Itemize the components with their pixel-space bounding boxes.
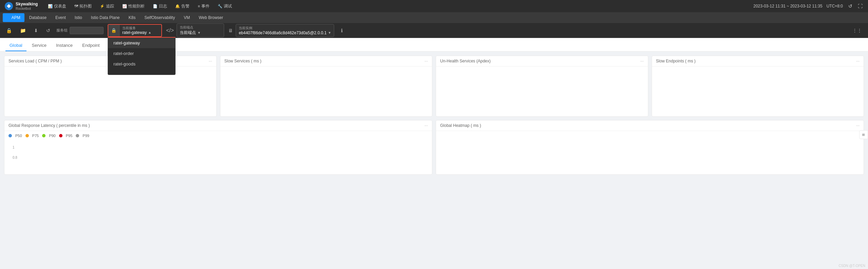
- panel-slow-services-body: [220, 66, 432, 114]
- panel-slow-endpoints-title: Slow Endpoints ( ms ): [656, 59, 696, 63]
- tab-vm[interactable]: VM: [180, 14, 194, 21]
- download-icon[interactable]: ⬇: [32, 27, 40, 34]
- panel-slow-services-title: Slow Services ( ms ): [224, 59, 261, 63]
- tab-istio-data-plane[interactable]: Istio Data Plane: [87, 14, 124, 21]
- nav-event[interactable]: ≡ 事件: [194, 2, 213, 11]
- dropdown-item-ratel-gateway[interactable]: ratel-gateway: [108, 38, 175, 48]
- expand-icon[interactable]: ⛶: [856, 3, 864, 9]
- panel-slow-endpoints-body: [652, 66, 864, 114]
- alarm-icon: 🔔: [175, 4, 180, 8]
- chart-area-latency: 1 0.8: [8, 142, 428, 162]
- toolbar: 🔒 📁 ⬇ ↺ 服务组 🔒 当前服务 ratel-gateway ▲ ratel…: [0, 23, 868, 38]
- panel-global-heatmap: Global Heatmap ( ms ) ···: [436, 120, 864, 175]
- legend-p90-dot: [42, 134, 46, 137]
- chart-y-08: 0.8: [13, 156, 17, 159]
- dropdown-item-ratel-order[interactable]: ratel-order: [108, 48, 175, 59]
- endpoint-selector[interactable]: 当前端点 当前端点 ▼: [177, 23, 224, 37]
- endpoint-dropdown-arrow: ▼: [197, 31, 201, 35]
- tab-instance[interactable]: Instance: [52, 40, 77, 51]
- chart-y-1: 1: [13, 146, 15, 149]
- nav-alarm[interactable]: 🔔 告警: [172, 2, 193, 11]
- reload-icon[interactable]: ↺: [847, 3, 854, 9]
- instance-box-icon: 🖥: [228, 28, 233, 33]
- time-range-display: 2023-03-12 11:31 ~ 2023-03-12 11:35: [753, 4, 822, 8]
- nav-right: 2023-03-12 11:31 ~ 2023-03-12 11:35 UTC+…: [753, 3, 864, 9]
- tab-service[interactable]: Service: [28, 40, 51, 51]
- instance-label: 当前实例: [239, 26, 331, 31]
- tab-apm[interactable]: ● APM: [3, 13, 24, 22]
- debug-icon: 🔧: [218, 4, 222, 8]
- info-button[interactable]: ℹ: [338, 28, 345, 33]
- refresh-icon[interactable]: ↺: [44, 27, 52, 34]
- instance-selector[interactable]: 当前实例 eb4407f86de7466d8a6c8d462e73d0a5@2.…: [236, 24, 334, 37]
- tab-self-observability[interactable]: SelfObservability: [140, 14, 179, 21]
- nav-debug[interactable]: 🔧 调试: [214, 2, 235, 11]
- legend-p75-label: P75: [32, 134, 39, 138]
- legend-p99-dot: [76, 134, 79, 137]
- nav-dashboard[interactable]: 📊 仪表盘: [44, 2, 70, 11]
- panel-services-load-more[interactable]: ···: [209, 59, 212, 63]
- tab-database[interactable]: Database: [25, 14, 51, 21]
- panel-slow-endpoints-more[interactable]: ···: [856, 59, 860, 63]
- dashboard-icon: 📊: [48, 4, 53, 8]
- logo-area: Skywalking Rocketbot: [4, 1, 38, 11]
- endpoint-content: 当前端点 当前端点 ▼: [177, 24, 224, 37]
- dropdown-item-ratel-goods[interactable]: ratel-goods: [108, 59, 175, 69]
- service-selector-content: 当前服务 ratel-gateway ▲: [120, 25, 161, 36]
- instance-content: 当前实例 eb4407f86de7466d8a6c8d462e73d0a5@2.…: [236, 24, 334, 37]
- nav-topology[interactable]: 🗺 拓扑图: [71, 2, 95, 11]
- endpoint-group: </> 当前端点 当前端点 ▼: [166, 23, 224, 37]
- panel-global-heatmap-title: Global Heatmap ( ms ): [440, 123, 481, 128]
- right-panel-toggle[interactable]: ≡: [859, 130, 868, 139]
- panel-unhealth-services-body: [436, 66, 648, 114]
- tab-istio[interactable]: Istio: [71, 14, 86, 21]
- endpoint-value: 当前端点 ▼: [180, 30, 221, 36]
- panel-slow-services-more[interactable]: ···: [424, 59, 428, 63]
- panel-global-latency-header: Global Response Latency ( percentile in …: [4, 120, 432, 131]
- lock-icon[interactable]: 🔒: [4, 27, 14, 34]
- instance-value: eb4407f86de7466d8a6c8d462e73d0a5@2.0.0.1…: [239, 31, 331, 35]
- legend-p50-dot: [8, 134, 12, 137]
- tab-web-browser[interactable]: Web Browser: [195, 14, 227, 21]
- trace-icon: ⚡: [100, 4, 105, 8]
- legend-p99-label: P99: [83, 134, 89, 138]
- tab-k8s[interactable]: K8s: [124, 14, 140, 21]
- apm-dot: ●: [7, 15, 10, 21]
- event-icon: ≡: [198, 4, 200, 8]
- service-dropdown-arrow: ▲: [148, 31, 151, 34]
- nav-log[interactable]: 📄 日志: [149, 2, 170, 11]
- log-icon: 📄: [153, 4, 158, 8]
- panel-slow-services: Slow Services ( ms ) ···: [220, 56, 433, 117]
- panel-unhealth-services-title: Un-Health Services (Apdex): [440, 59, 491, 63]
- columns-icon[interactable]: ⋮⋮: [850, 27, 864, 34]
- panel-unhealth-services: Un-Health Services (Apdex) ···: [436, 56, 648, 117]
- panel-unhealth-services-header: Un-Health Services (Apdex) ···: [436, 56, 648, 66]
- panel-unhealth-services-more[interactable]: ···: [640, 59, 644, 63]
- panel-global-latency-more[interactable]: ···: [424, 123, 428, 128]
- panel-global-heatmap-header: Global Heatmap ( ms ) ···: [436, 120, 864, 131]
- tab-event[interactable]: Event: [51, 14, 70, 21]
- tab-global[interactable]: Global: [5, 40, 26, 51]
- instance-dropdown-arrow: ▼: [328, 31, 331, 35]
- panel-global-heatmap-body: [436, 131, 864, 165]
- service-type-tabs: ● APM Database Event Istio Istio Data Pl…: [0, 12, 868, 23]
- panel-slow-endpoints-header: Slow Endpoints ( ms ) ···: [652, 56, 864, 66]
- timezone-display: UTC+8:0: [827, 4, 843, 8]
- legend-row: P50 P75 P90 P95 P99: [4, 131, 432, 140]
- service-dropdown-wrapper: 🔒 当前服务 ratel-gateway ▲ ratel-gateway rat…: [108, 24, 162, 37]
- bottom-panels-row: Global Response Latency ( percentile in …: [4, 120, 864, 175]
- legend-p95-label: P95: [66, 134, 73, 138]
- folder-icon[interactable]: 📁: [18, 27, 28, 34]
- dropdown-spacer: [108, 69, 175, 75]
- legend-p95-dot: [59, 134, 62, 137]
- service-group-input[interactable]: [70, 27, 104, 34]
- legend-p90-label: P90: [49, 134, 56, 138]
- nav-profiling[interactable]: 📈 性能剖析: [119, 2, 148, 11]
- logo-icon: [4, 1, 14, 11]
- tab-endpoint[interactable]: Endpoint: [78, 40, 104, 51]
- nav-trace[interactable]: ⚡ 追踪: [96, 2, 117, 11]
- current-service-selector[interactable]: 🔒 当前服务 ratel-gateway ▲: [108, 24, 162, 37]
- profiling-icon: 📈: [122, 4, 127, 8]
- endpoint-code-icon: </>: [166, 27, 174, 34]
- panel-global-heatmap-more[interactable]: ···: [856, 123, 860, 128]
